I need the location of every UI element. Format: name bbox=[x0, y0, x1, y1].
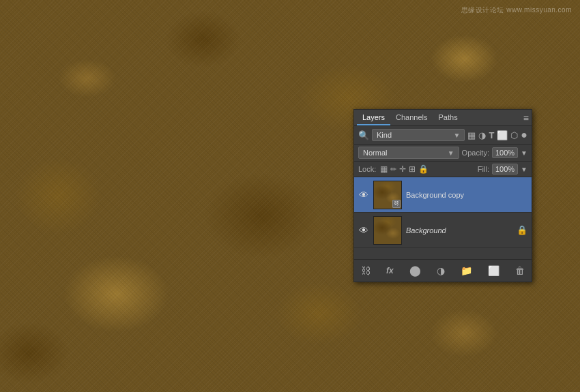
new-layer-icon[interactable]: ⬜ bbox=[487, 264, 501, 277]
panel-tabs: Layers Channels Paths ≡ bbox=[354, 110, 532, 126]
kind-chevron-icon: ▼ bbox=[453, 132, 460, 139]
opacity-label: Opacity: bbox=[462, 149, 489, 157]
blend-mode-row: Normal ▼ Opacity: 100% ▼ bbox=[354, 145, 532, 162]
layer-lock-icon: 🔒 bbox=[517, 225, 527, 235]
layer-name: Background bbox=[406, 226, 512, 235]
filter-toggle-icon[interactable]: ● bbox=[521, 129, 527, 141]
layer-visibility-toggle[interactable]: 👁 bbox=[358, 225, 369, 236]
new-group-icon[interactable]: 📁 bbox=[459, 264, 474, 277]
lock-transparent-icon[interactable]: ▦ bbox=[380, 164, 388, 174]
kind-label: Kind bbox=[377, 131, 392, 139]
adjustment-icon[interactable]: ◑ bbox=[435, 264, 446, 277]
layer-item[interactable]: 👁 Background 🔒 bbox=[354, 213, 532, 248]
search-icon: 🔍 bbox=[358, 130, 369, 140]
fill-value[interactable]: 100% bbox=[492, 164, 518, 175]
kind-dropdown[interactable]: Kind ▼ bbox=[372, 129, 465, 141]
opacity-chevron-icon[interactable]: ▼ bbox=[521, 149, 527, 157]
lock-image-icon[interactable]: ✏ bbox=[390, 165, 396, 174]
filter-smart-icon[interactable]: ⬡ bbox=[510, 130, 518, 140]
filter-row: 🔍 Kind ▼ ▦ ◑ T ⬜ ⬡ ● bbox=[354, 126, 532, 145]
layer-thumb-canvas bbox=[374, 217, 401, 244]
fx-icon[interactable]: fx bbox=[385, 265, 395, 277]
lock-all-icon[interactable]: 🔒 bbox=[418, 164, 429, 174]
lock-position-icon[interactable]: ✛ bbox=[399, 164, 406, 174]
layer-visibility-toggle[interactable]: 👁 bbox=[358, 190, 369, 200]
layer-thumb-link-icon: ⛓ bbox=[392, 200, 401, 208]
add-mask-icon[interactable]: ⬤ bbox=[408, 263, 422, 278]
filter-adjustment-icon[interactable]: ◑ bbox=[478, 130, 486, 140]
layer-thumbnail bbox=[373, 216, 402, 245]
filter-shape-icon[interactable]: ⬜ bbox=[497, 130, 508, 140]
tab-channels[interactable]: Channels bbox=[390, 110, 433, 125]
fill-label: Fill: bbox=[478, 165, 489, 173]
filter-type-icon[interactable]: T bbox=[489, 130, 494, 140]
blend-chevron-icon: ▼ bbox=[448, 149, 454, 157]
delete-layer-icon[interactable]: 🗑 bbox=[514, 264, 526, 277]
layer-item[interactable]: 👁 ⛓ Background copy bbox=[354, 177, 532, 213]
blend-mode-value: Normal bbox=[363, 149, 387, 157]
filter-pixel-icon[interactable]: ▦ bbox=[467, 130, 476, 140]
layers-panel: Layers Channels Paths ≡ 🔍 Kind ▼ ▦ ◑ T ⬜… bbox=[353, 109, 532, 282]
panel-footer: ⛓ fx ⬤ ◑ 📁 ⬜ 🗑 bbox=[354, 259, 532, 282]
layers-list: 👁 ⛓ Background copy 👁 Background 🔒 bbox=[354, 177, 532, 259]
fill-chevron-icon[interactable]: ▼ bbox=[521, 166, 527, 173]
panel-menu-icon[interactable]: ≡ bbox=[523, 112, 529, 123]
blend-mode-dropdown[interactable]: Normal ▼ bbox=[358, 147, 459, 159]
layer-name: Background copy bbox=[406, 191, 527, 199]
lock-label: Lock: bbox=[358, 165, 376, 173]
watermark: 思缘设计论坛 www.missyuan.com bbox=[461, 5, 572, 15]
tab-layers[interactable]: Layers bbox=[357, 110, 390, 125]
opacity-value[interactable]: 100% bbox=[492, 147, 518, 158]
lock-row: Lock: ▦ ✏ ✛ ⊞ 🔒 Fill: 100% ▼ bbox=[354, 162, 532, 177]
layer-thumbnail: ⛓ bbox=[373, 181, 402, 209]
tab-paths[interactable]: Paths bbox=[433, 110, 463, 125]
link-layers-icon[interactable]: ⛓ bbox=[360, 264, 372, 277]
lock-artboard-icon[interactable]: ⊞ bbox=[409, 164, 416, 174]
